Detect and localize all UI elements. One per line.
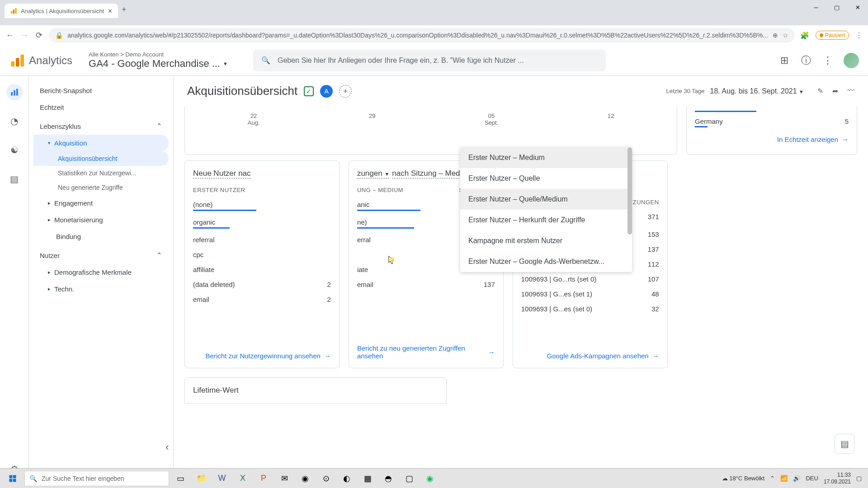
dropdown-item[interactable]: Erster Nutzer – Quelle/Medium bbox=[460, 189, 632, 210]
help-icon[interactable]: ⓘ bbox=[800, 55, 812, 66]
menu-icon[interactable]: ⋮ bbox=[855, 31, 863, 40]
dropdown-item[interactable]: Erster Nutzer – Medium bbox=[460, 147, 632, 168]
sidebar-item-user-acq[interactable]: Statistiken zur Nutzergewi... bbox=[33, 166, 169, 180]
app-powerpoint-icon[interactable]: P bbox=[254, 469, 273, 488]
maximize-icon[interactable]: ▢ bbox=[826, 0, 847, 14]
card-title-prefix[interactable]: Neue Nutzer nac bbox=[193, 169, 251, 178]
configure-icon[interactable]: ▤ bbox=[6, 171, 23, 187]
sidebar-item-tech[interactable]: ▸Techn. bbox=[33, 281, 169, 297]
pause-dot-icon bbox=[820, 33, 823, 37]
forward-icon[interactable]: → bbox=[20, 29, 29, 42]
tray-chevron-icon[interactable]: ⌃ bbox=[770, 475, 775, 482]
app-logo[interactable]: Analytics bbox=[9, 52, 72, 69]
advertising-icon[interactable]: ☯ bbox=[6, 142, 23, 158]
dim-a[interactable]: zungen ▼ bbox=[357, 169, 389, 178]
sidebar-item-monetization[interactable]: ▸Monetarisierung bbox=[33, 211, 169, 228]
date-range-selector[interactable]: 18. Aug. bis 16. Sept. 2021 ▼ bbox=[710, 87, 804, 95]
table-row[interactable]: cpc bbox=[193, 247, 331, 262]
wifi-icon[interactable]: 📶 bbox=[780, 475, 788, 482]
table-row[interactable]: 1009693 | Go...rts (set 0)107 bbox=[521, 272, 659, 286]
clock[interactable]: 11:3317.09.2021 bbox=[824, 472, 851, 485]
left-rail: ◔ ☯ ▤ ⚙ bbox=[0, 76, 29, 488]
sidebar-section-user[interactable]: Nutzer⌃ bbox=[33, 245, 169, 264]
account-selector[interactable]: Alle Konten > Demo Account GA4 - Google … bbox=[89, 51, 228, 70]
sidebar-item-retention[interactable]: Bindung bbox=[33, 228, 169, 245]
explore-icon[interactable]: ◔ bbox=[6, 113, 23, 129]
translate-icon[interactable]: ⊕ bbox=[773, 32, 778, 39]
sidebar-item-acquisition[interactable]: ▾Akquisition bbox=[33, 135, 169, 151]
table-row[interactable]: email137 bbox=[357, 277, 495, 292]
minimize-icon[interactable]: ─ bbox=[806, 0, 826, 14]
sidebar-item-realtime[interactable]: Echtzeit bbox=[33, 99, 169, 116]
axis-date: 29 bbox=[369, 113, 375, 126]
app-word-icon[interactable]: W bbox=[212, 469, 231, 488]
notifications-icon[interactable]: ▢ bbox=[856, 475, 862, 482]
card-link[interactable]: Google Ads-Kampagnen ansehen→ bbox=[521, 352, 659, 360]
reload-icon[interactable]: ⟳ bbox=[34, 29, 43, 42]
table-row[interactable]: affiliate bbox=[193, 262, 331, 277]
close-tab-icon[interactable]: ✕ bbox=[108, 8, 113, 14]
col-header: ERSTER NUTZER bbox=[193, 187, 245, 193]
feedback-button[interactable]: ▤ bbox=[835, 434, 854, 454]
app-misc2-icon[interactable]: ▦ bbox=[358, 469, 377, 488]
sidebar-item-engagement[interactable]: ▸Engagement bbox=[33, 195, 169, 211]
card-link[interactable]: Bericht zu neu generierten Zugriffen ans… bbox=[357, 344, 495, 360]
dropdown-item[interactable]: Kampagne mit erstem Nutzer bbox=[460, 230, 632, 251]
app-obs-icon[interactable]: ⊙ bbox=[316, 469, 335, 488]
dropdown-item[interactable]: Erster Nutzer – Google Ads-Werbenetzw... bbox=[460, 251, 632, 272]
sidebar-item-traffic-acq[interactable]: Neu generierte Zugriffe bbox=[33, 180, 169, 195]
sidebar-item-demographics[interactable]: ▸Demografische Merkmale bbox=[33, 264, 169, 281]
start-button[interactable] bbox=[3, 469, 23, 488]
dropdown-item[interactable]: Erster Nutzer – Herkunft der Zugriffe bbox=[460, 210, 632, 230]
app-explorer-icon[interactable]: 📁 bbox=[192, 469, 211, 488]
browser-tab[interactable]: Analytics | Akquisitionsübersicht ✕ bbox=[5, 4, 118, 18]
app-chrome-icon[interactable]: ◉ bbox=[296, 469, 315, 488]
language-indicator[interactable]: DEU bbox=[806, 475, 818, 482]
table-row[interactable]: referral bbox=[193, 232, 331, 247]
star-icon[interactable]: ☆ bbox=[783, 32, 788, 39]
app-mail-icon[interactable]: ✉ bbox=[275, 469, 294, 488]
extensions-icon[interactable]: 🧩 bbox=[800, 31, 809, 40]
avatar[interactable] bbox=[844, 53, 859, 68]
sidebar-item-acq-overview[interactable]: Akquisitionsübersicht bbox=[33, 151, 169, 166]
reports-icon[interactable] bbox=[6, 84, 23, 100]
insights-icon[interactable]: 〰 bbox=[847, 87, 854, 95]
app-notepad-icon[interactable]: ▢ bbox=[400, 469, 419, 488]
table-row[interactable]: 1009693 | G...es (set 1)48 bbox=[521, 286, 659, 301]
card-link[interactable]: Bericht zur Nutzergewinnung ansehen→ bbox=[193, 352, 331, 360]
sidebar-item-snapshot[interactable]: Bericht-Snapshot bbox=[33, 82, 169, 99]
table-row[interactable]: 1009693 | G...es (set 0)32 bbox=[521, 301, 659, 316]
chevron-up-icon: ⌃ bbox=[156, 251, 162, 259]
table-row[interactable]: (data deleted)2 bbox=[193, 277, 331, 292]
extension-pill[interactable]: Pausiert bbox=[816, 31, 849, 40]
sidebar-section-lifecycle[interactable]: Lebenszyklus⌃ bbox=[33, 116, 169, 135]
task-view-icon[interactable]: ▭ bbox=[171, 469, 190, 488]
collapse-sidebar-button[interactable]: ‹ bbox=[159, 439, 175, 455]
table-row[interactable]: (none) bbox=[193, 197, 331, 215]
weather-widget[interactable]: ☁ 18°C Bewölkt bbox=[722, 475, 765, 482]
share-icon[interactable]: ➦ bbox=[832, 87, 838, 95]
apps-icon[interactable]: ⊞ bbox=[778, 55, 790, 66]
scrollbar[interactable] bbox=[627, 147, 632, 235]
new-tab-button[interactable]: + bbox=[118, 1, 130, 18]
dropdown-item[interactable]: Erster Nutzer – Quelle bbox=[460, 168, 632, 189]
url-field[interactable]: 🔒 analytics.google.com/analytics/web/#/p… bbox=[49, 28, 795, 42]
app-spotify-icon[interactable]: ◉ bbox=[420, 469, 439, 488]
volume-icon[interactable]: 🔊 bbox=[793, 475, 800, 482]
app-misc1-icon[interactable]: ◐ bbox=[337, 469, 356, 488]
kebab-icon[interactable]: ⋮ bbox=[822, 55, 834, 66]
search-input[interactable]: 🔍 Geben Sie hier Ihr Anliegen oder Ihre … bbox=[253, 50, 606, 71]
taskbar-search[interactable]: 🔍Zur Suche Text hier eingeben bbox=[24, 471, 169, 486]
verified-icon[interactable]: ✓ bbox=[304, 86, 314, 96]
table-row[interactable]: email2 bbox=[193, 292, 331, 307]
svg-rect-11 bbox=[13, 475, 16, 478]
realtime-link[interactable]: In Echtzeit anzeigen→ bbox=[695, 130, 849, 149]
back-icon[interactable]: ← bbox=[5, 29, 14, 42]
app-edge-icon[interactable]: ◓ bbox=[379, 469, 398, 488]
close-icon[interactable]: ✕ bbox=[847, 0, 868, 14]
table-row[interactable]: organic bbox=[193, 215, 331, 232]
add-comparison-button[interactable]: + bbox=[339, 85, 352, 98]
app-excel-icon[interactable]: X bbox=[233, 469, 252, 488]
customize-icon[interactable]: ✎ bbox=[817, 87, 823, 95]
compare-badge[interactable]: A bbox=[320, 85, 333, 98]
